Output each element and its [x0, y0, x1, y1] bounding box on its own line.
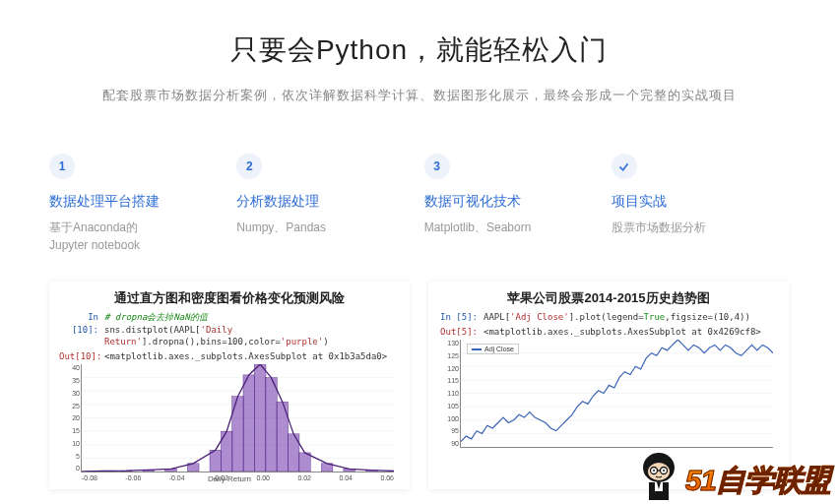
svg-rect-18 [266, 378, 278, 472]
histogram-plot: 4035302520151050 -0.08-0.06-0.04-0.020.0… [81, 364, 394, 472]
mascot-icon [638, 450, 679, 501]
step-desc: 基于Anaconda的Jupyter notebook [49, 219, 226, 254]
step-title: 数据处理平台搭建 [49, 193, 226, 211]
line-svg [461, 340, 773, 447]
page-subtitle: 配套股票市场数据分析案例，依次详解数据科学计算、数据图形化展示，最终会形成一个完… [0, 87, 838, 104]
svg-point-38 [653, 470, 655, 472]
svg-rect-17 [254, 364, 266, 472]
check-icon [617, 160, 630, 173]
code-cell-out: Out[5]: <matplotlib.axes._subplots.AxesS… [438, 326, 779, 339]
line-plot: 1301251201151101051009590 Adj Close [460, 340, 773, 448]
step-badge-3: 3 [424, 154, 450, 179]
step-badge-1: 1 [49, 154, 75, 179]
y-axis-ticks: 1301251201151101051009590 [439, 340, 459, 447]
page-title: 只要会Python，就能轻松入门 [0, 32, 838, 69]
x-axis-ticks: -0.08-0.06-0.04-0.020.000.020.040.06 [82, 474, 394, 481]
out-text: <matplotlib.axes._subplots.AxesSubplot a… [104, 350, 400, 363]
chart-title: 苹果公司股票2014-2015历史趋势图 [438, 289, 779, 307]
svg-point-39 [663, 470, 665, 472]
step-4: 项目实战 股票市场数据分析 [612, 154, 789, 254]
step-2: 2 分析数据处理 Numpy、Pandas [236, 154, 414, 254]
step-title: 分析数据处理 [236, 193, 414, 211]
svg-rect-16 [243, 375, 255, 472]
out-prompt: Out[5]: [438, 326, 483, 339]
step-desc: Numpy、Pandas [236, 219, 414, 236]
step-desc: 股票市场数据分析 [612, 219, 789, 236]
step-badge-check [612, 154, 637, 179]
steps-row: 1 数据处理平台搭建 基于Anaconda的Jupyter notebook 2… [0, 154, 838, 254]
svg-rect-21 [299, 453, 311, 472]
code-cell-in: In [5]: AAPL['Adj Close'].plot(legend=Tr… [438, 311, 779, 324]
step-3: 3 数据可视化技术 Matplotlib、Seaborn [424, 154, 602, 254]
code-text: AAPL['Adj Close'].plot(legend=True,figsi… [483, 311, 779, 324]
code-cell-in: In [10]: # dropna会去掉NaN的值 sns.distplot(A… [59, 311, 400, 348]
out-prompt: Out[10]: [59, 350, 104, 363]
hero-section: 只要会Python，就能轻松入门 配套股票市场数据分析案例，依次详解数据科学计算… [0, 0, 838, 104]
chart-card-histogram: 通过直方图和密度图看价格变化预测风险 In [10]: # dropna会去掉N… [49, 282, 410, 489]
step-title: 项目实战 [612, 193, 789, 211]
y-axis-ticks: 4035302520151050 [60, 364, 80, 472]
histogram-svg [82, 364, 394, 472]
out-text: <matplotlib.axes._subplots.AxesSubplot a… [483, 326, 779, 339]
in-prompt: In [5]: [438, 311, 483, 324]
in-prompt: In [10]: [59, 311, 104, 348]
step-title: 数据可视化技术 [424, 193, 602, 211]
chart-title: 通过直方图和密度图看价格变化预测风险 [59, 289, 400, 307]
step-desc: Matplotlib、Seaborn [424, 219, 602, 236]
step-1: 1 数据处理平台搭建 基于Anaconda的Jupyter notebook [49, 154, 226, 254]
svg-rect-13 [210, 451, 222, 472]
step-badge-2: 2 [236, 154, 262, 179]
watermark: 51自学联盟 [638, 450, 830, 501]
code-text: # dropna会去掉NaN的值 sns.distplot(AAPL['Dail… [104, 311, 400, 348]
code-cell-out: Out[10]: <matplotlib.axes._subplots.Axes… [59, 350, 400, 363]
watermark-text: 51自学联盟 [685, 461, 830, 501]
